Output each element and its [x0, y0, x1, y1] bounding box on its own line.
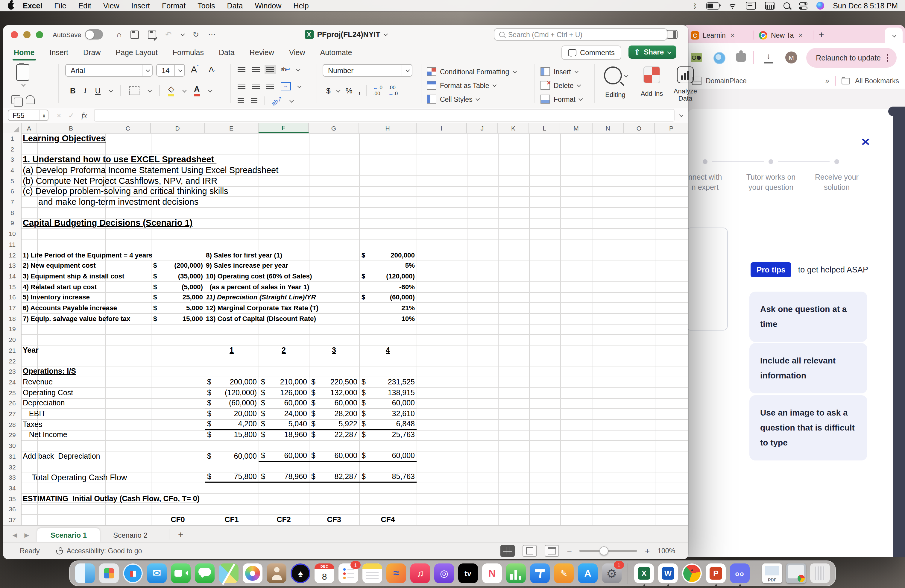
cell-F28[interactable]: $5,040 [259, 419, 309, 430]
dock-calendar-icon[interactable]: DEC8 [314, 563, 334, 583]
column-header-B[interactable]: B [37, 123, 105, 133]
number-format-select[interactable]: Number [322, 64, 413, 77]
dock-finder-icon[interactable] [75, 563, 95, 583]
format-as-table-button[interactable]: Format as Table [427, 81, 496, 90]
row-header-28[interactable]: 28 [3, 419, 22, 430]
zoom-in-icon[interactable]: + [645, 546, 650, 556]
addins-button[interactable]: Add-ins [636, 67, 667, 97]
format-cells-button[interactable]: Format [540, 95, 582, 103]
zoom-slider[interactable] [580, 550, 637, 552]
dock-pdf-doc-icon[interactable]: PDF [762, 563, 782, 583]
dock-launchpad-icon[interactable] [99, 563, 119, 583]
zoom-slider-knob[interactable] [599, 547, 608, 555]
select-all-corner[interactable] [3, 123, 22, 133]
zoom-level[interactable]: 100% [657, 547, 675, 555]
cell-E29[interactable]: $15,800 [205, 430, 259, 440]
column-header-K[interactable]: K [498, 123, 529, 133]
dock-notes-icon[interactable] [362, 563, 382, 583]
minimize-window-button[interactable] [23, 31, 30, 38]
zoom-window-button[interactable] [36, 31, 43, 38]
conditional-formatting-button[interactable]: Conditional Formatting [427, 67, 516, 76]
ribbon-tab-draw[interactable]: Draw [83, 48, 100, 57]
document-title[interactable]: X PFproj(FL24)NYIT [304, 30, 387, 39]
cell-A9[interactable]: Capital Budgeting Decisions (Scenario 1) [23, 218, 192, 228]
align-bottom-icon[interactable] [266, 67, 274, 72]
cell-A16[interactable]: 5) Inventory increase [23, 292, 90, 302]
menu-item-file[interactable]: File [48, 2, 72, 10]
dock-news-icon[interactable]: N [482, 563, 502, 583]
decrease-indent-icon[interactable] [238, 98, 244, 103]
editing-button[interactable]: Editing [599, 67, 632, 98]
cell-G24[interactable]: $220,500 [309, 377, 359, 387]
cell-H17[interactable]: 21% [359, 302, 417, 313]
close-tab-icon[interactable]: × [799, 31, 803, 40]
excel-titlebar[interactable]: AutoSave ⌂ ↶ ↻ ⋯ X PFproj(FL24)NYIT Sear… [3, 25, 688, 44]
row-header-11[interactable]: 11 [3, 239, 22, 250]
column-header-N[interactable]: N [592, 123, 624, 133]
name-box[interactable]: F55 ▲▼ [8, 110, 49, 121]
orientation-chevron-icon[interactable] [289, 98, 293, 102]
cell-F37[interactable]: CF2 [259, 514, 309, 525]
increase-font-icon[interactable]: Aˆ [191, 64, 198, 74]
confirm-entry-icon[interactable]: ✓ [68, 111, 74, 119]
dock-trash-icon[interactable] [810, 563, 830, 583]
cell-E24[interactable]: $200,000 [205, 377, 259, 387]
undo-icon[interactable]: ↶ [165, 30, 172, 39]
cell-H15[interactable]: -60% [359, 281, 417, 292]
ribbon-tab-insert[interactable]: Insert [49, 48, 68, 57]
cell-H24[interactable]: $231,525 [359, 377, 417, 387]
save-icon[interactable] [130, 30, 139, 39]
align-top-icon[interactable] [238, 67, 245, 72]
column-header-P[interactable]: P [655, 123, 688, 133]
control-center-icon[interactable] [799, 2, 807, 9]
column-header-H[interactable]: H [359, 123, 417, 133]
row-header-20[interactable]: 20 [3, 334, 22, 345]
cell-A17[interactable]: 6) Accounts Payable increase [23, 302, 117, 313]
dock-keynote-icon[interactable] [530, 563, 550, 583]
row-header-36[interactable]: 36 [3, 504, 22, 514]
cell-H37[interactable]: CF4 [359, 514, 417, 525]
cell-F21[interactable]: 2 [259, 345, 309, 355]
row-header-30[interactable]: 30 [3, 440, 22, 451]
extensions-icon[interactable] [736, 53, 746, 62]
dock-window-thumb-icon[interactable] [786, 563, 806, 583]
cell-A35[interactable]: ESTIMATING Initial Outlay (Cash Flow, CF… [23, 493, 200, 504]
cell-H13[interactable]: 5% [359, 260, 417, 271]
row-header-13[interactable]: 13 [3, 260, 22, 271]
menu-item-window[interactable]: Window [249, 2, 287, 10]
cell-A25[interactable]: Operating Cost [23, 388, 73, 398]
cell-G28[interactable]: $5,922 [309, 419, 359, 430]
row-header-15[interactable]: 15 [3, 281, 22, 292]
column-header-J[interactable]: J [467, 123, 498, 133]
cell-E14[interactable]: 10) Operating cost (60% of Sales) [206, 271, 312, 281]
cell-E21[interactable]: 1 [205, 345, 259, 355]
align-center-icon[interactable] [252, 84, 260, 89]
cell-F29[interactable]: $18,960 [259, 430, 309, 440]
home-icon[interactable]: ⌂ [117, 30, 122, 39]
row-header-8[interactable]: 8 [3, 207, 22, 218]
dock-appletv-icon[interactable]: tv [458, 563, 478, 583]
borders-icon[interactable] [129, 86, 140, 95]
cell-E17[interactable]: 12) Marginal Corporate Tax Rate (T) [206, 302, 318, 313]
row-header-34[interactable]: 34 [3, 483, 22, 493]
ribbon-tab-page-layout[interactable]: Page Layout [116, 48, 157, 57]
dock-settings-icon[interactable]: ⚙1 [602, 563, 622, 583]
ribbon-tab-view[interactable]: View [289, 48, 305, 57]
more-actions-icon[interactable]: ⋯ [208, 30, 216, 39]
row-header-3[interactable]: 3 [3, 154, 22, 165]
cell-A5[interactable]: (b) Compute Net Project Cashflows, NPV, … [23, 175, 217, 186]
row-header-27[interactable]: 27 [3, 408, 22, 419]
cell-E33[interactable]: $75,800 [205, 472, 259, 483]
comma-icon[interactable]: , [359, 86, 360, 95]
cancel-entry-icon[interactable]: × [57, 111, 61, 119]
sheet-tab-scenario-1[interactable]: Scenario 1 [37, 528, 100, 542]
row-header-29[interactable]: 29 [3, 430, 22, 440]
sidebar-toggle-icon[interactable] [667, 30, 678, 39]
delete-cells-button[interactable]: Delete [540, 81, 580, 90]
row-header-1[interactable]: 1 [3, 133, 22, 143]
next-sheet-icon[interactable]: ▶ [24, 532, 29, 538]
cell-H33[interactable]: $85,763 [359, 472, 417, 483]
dock-safari-icon[interactable] [123, 563, 143, 583]
column-header-A[interactable]: A [22, 123, 37, 133]
row-header-5[interactable]: 5 [3, 175, 22, 186]
